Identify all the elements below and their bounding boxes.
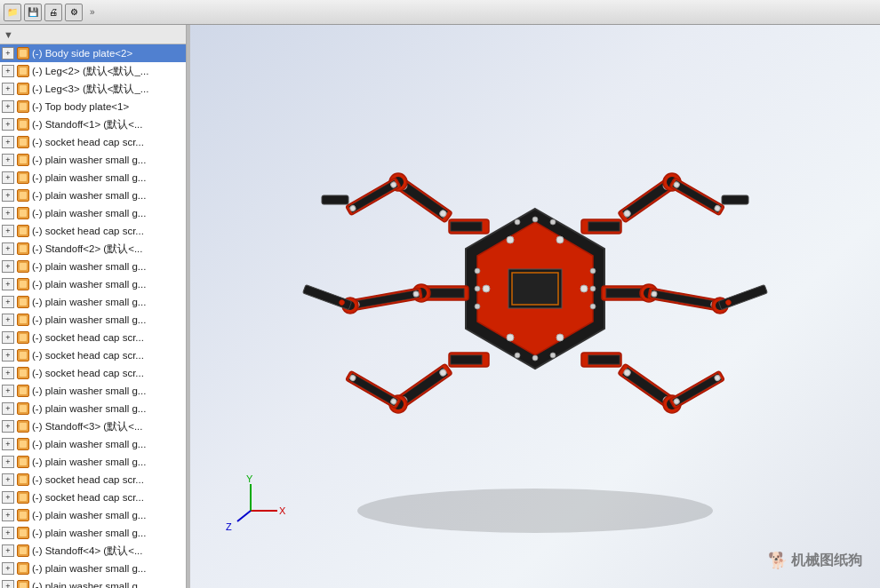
tree-expand-button[interactable]: + <box>2 225 14 237</box>
tree-expand-button[interactable]: + <box>2 83 14 95</box>
tree-expand-button[interactable]: + <box>2 118 14 131</box>
tree-item-label: (-) Standoff<2> (默认<... <box>32 242 184 256</box>
tree-expand-button[interactable]: + <box>2 154 14 166</box>
tree-expand-button[interactable]: + <box>2 385 14 397</box>
tree-component-icon <box>16 401 30 416</box>
tree-expand-button[interactable]: + <box>2 171 14 184</box>
tree-item[interactable]: +(-) socket head cap scr... <box>0 489 186 506</box>
tree-item[interactable]: +(-) plain washer small g... <box>0 169 186 187</box>
tree-item-label: (-) Standoff<4> (默认<... <box>32 544 184 558</box>
tree-item[interactable]: +(-) Leg<3> (默认<默认_... <box>0 80 186 98</box>
tree-item[interactable]: +(-) socket head cap scr... <box>0 471 186 489</box>
svg-point-93 <box>550 219 556 225</box>
tree-expand-button[interactable]: + <box>2 438 14 450</box>
tree-expand-button[interactable]: + <box>2 278 14 290</box>
tree-item[interactable]: +(-) plain washer small g... <box>0 187 186 204</box>
tree-expand-button[interactable]: + <box>2 65 14 77</box>
tree-item[interactable]: +(-) plain washer small g... <box>0 204 186 222</box>
svg-point-8 <box>556 236 564 243</box>
tree-expand-button[interactable]: + <box>2 527 14 539</box>
tree-expand-button[interactable]: + <box>2 473 14 486</box>
tree-item[interactable]: +(-) Standoff<2> (默认<... <box>0 240 186 258</box>
svg-point-6 <box>580 285 588 292</box>
tree-item[interactable]: +(-) plain washer small g... <box>0 435 186 453</box>
tree-item[interactable]: +(-) plain washer small g... <box>0 293 186 311</box>
tree-item[interactable]: +(-) socket head cap scr... <box>0 346 186 364</box>
tree-expand-button[interactable]: + <box>2 509 14 521</box>
tree-item[interactable]: +(-) plain washer small g... <box>0 560 186 577</box>
tree-item[interactable]: +(-) plain washer small g... <box>0 453 186 471</box>
tree-component-icon <box>16 277 30 291</box>
tree-item-label: (-) socket head cap scr... <box>32 350 184 361</box>
tree-item[interactable]: +(-) plain washer small g... <box>0 382 186 400</box>
tree-expand-button[interactable]: + <box>2 136 14 148</box>
tree-component-icon <box>16 259 30 274</box>
tree-expand-button[interactable]: + <box>2 296 14 308</box>
tree-component-icon <box>16 46 30 60</box>
tree-expand-button[interactable]: + <box>2 456 14 468</box>
tree-container[interactable]: +(-) Body side plate<2>+(-) Leg<2> (默认<默… <box>0 44 186 588</box>
tree-item[interactable]: +(-) Standoff<4> (默认<... <box>0 542 186 560</box>
tree-item[interactable]: +(-) plain washer small g... <box>0 506 186 524</box>
tree-item-label: (-) plain washer small g... <box>32 155 184 165</box>
tree-item[interactable]: +(-) plain washer small g... <box>0 275 186 293</box>
svg-rect-33 <box>348 180 397 212</box>
tree-item[interactable]: +(-) socket head cap scr... <box>0 364 186 382</box>
tree-item[interactable]: +(-) Leg<2> (默认<默认_... <box>0 62 186 80</box>
tree-item[interactable]: +(-) plain washer small g... <box>0 577 186 588</box>
tree-expand-button[interactable]: + <box>2 402 14 415</box>
tree-component-icon <box>16 295 30 309</box>
svg-rect-82 <box>348 374 397 406</box>
tree-expand-button[interactable]: + <box>2 260 14 273</box>
tree-item-label: (-) plain washer small g... <box>32 403 184 414</box>
svg-rect-74 <box>451 355 482 364</box>
tree-item[interactable]: +(-) socket head cap scr... <box>0 329 186 346</box>
tree-expand-button[interactable]: + <box>2 242 14 255</box>
tree-item-label: (-) socket head cap scr... <box>32 332 184 343</box>
tree-item[interactable]: +(-) Body side plate<2> <box>0 44 186 62</box>
tree-component-icon <box>16 224 30 238</box>
tree-expand-button[interactable]: + <box>2 349 14 362</box>
options-icon[interactable]: ⚙ <box>65 4 83 21</box>
tree-item-label: (-) plain washer small g... <box>32 279 184 290</box>
tree-item-label: (-) Standoff<3> (默认<... <box>32 420 184 433</box>
toolbar-expand-arrow[interactable]: » <box>90 7 95 17</box>
tree-expand-button[interactable]: + <box>2 367 14 379</box>
tree-expand-button[interactable]: + <box>2 420 14 433</box>
tree-item[interactable]: +(-) plain washer small g... <box>0 258 186 275</box>
tree-expand-button[interactable]: + <box>2 100 14 113</box>
robot-view: X Y Z <box>190 25 880 588</box>
tree-expand-button[interactable]: + <box>2 47 14 60</box>
tree-item[interactable]: +(-) socket head cap scr... <box>0 222 186 240</box>
tree-expand-button[interactable]: + <box>2 580 14 588</box>
tree-item[interactable]: +(-) Top body plate<1> <box>0 98 186 115</box>
print-icon[interactable]: 🖨 <box>44 4 62 21</box>
tree-item-label: (-) Leg<2> (默认<默认_... <box>32 65 184 78</box>
tree-item[interactable]: +(-) plain washer small g... <box>0 151 186 169</box>
tree-item[interactable]: +(-) Standoff<3> (默认<... <box>0 417 186 435</box>
tree-item-label: (-) plain washer small g... <box>32 314 184 325</box>
tree-expand-button[interactable]: + <box>2 544 14 557</box>
tree-component-icon <box>16 135 30 149</box>
tree-item[interactable]: +(-) plain washer small g... <box>0 311 186 329</box>
save-icon[interactable]: 💾 <box>24 4 42 21</box>
tree-expand-button[interactable]: + <box>2 562 14 575</box>
tree-item-label: (-) plain washer small g... <box>32 563 184 574</box>
tree-component-icon <box>16 82 30 96</box>
tree-expand-button[interactable]: + <box>2 189 14 202</box>
tree-expand-button[interactable]: + <box>2 207 14 219</box>
viewport-3d[interactable]: X Y Z 🐕 机械图纸狗 <box>190 25 880 588</box>
tree-item-label: (-) socket head cap scr... <box>32 137 184 147</box>
filter-bar: ▼ <box>0 25 186 44</box>
tree-expand-button[interactable]: + <box>2 331 14 344</box>
tree-item[interactable]: +(-) plain washer small g... <box>0 524 186 542</box>
tree-item[interactable]: +(-) plain washer small g... <box>0 400 186 417</box>
tree-expand-button[interactable]: + <box>2 314 14 326</box>
tree-item[interactable]: +(-) socket head cap scr... <box>0 133 186 151</box>
tree-component-icon <box>16 579 30 588</box>
tree-component-icon <box>16 526 30 540</box>
tree-component-icon <box>16 384 30 398</box>
folder-open-icon[interactable]: 📁 <box>4 4 21 21</box>
tree-item[interactable]: +(-) Standoff<1> (默认<... <box>0 115 186 133</box>
tree-expand-button[interactable]: + <box>2 491 14 504</box>
